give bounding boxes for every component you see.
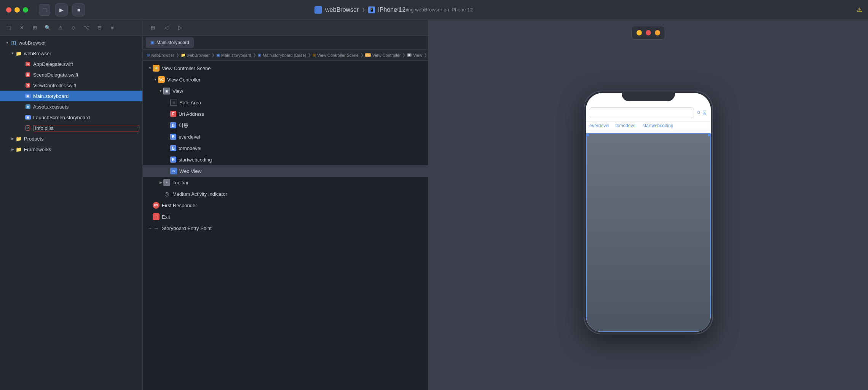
scene-entry-point[interactable]: → → Storyboard Entry Point [143,222,428,234]
storyboard-canvas[interactable]: 이동 everdevel tomodevel startwebcoding [428,20,868,390]
breadcrumb-vc-scene[interactable]: ⊞ View Controller Scene [313,53,359,58]
sidebar-item-appdelegate[interactable]: S AppDelegate.swift [0,59,142,69]
forward-btn[interactable]: ▷ [175,22,185,33]
phone-screen: 이동 everdevel tomodevel startwebcoding [586,93,711,332]
preview-dot-3 [655,30,660,35]
toolbar-icon: ≡ [163,179,170,186]
hierarchy-view-btn[interactable]: ⬚ [3,22,14,33]
frameworks-label: Frameworks [24,147,139,152]
tab-bar: ▣ Main.storyboard [143,36,428,50]
scene-startwebcoding[interactable]: B startwebcoding [143,154,428,165]
view-label: View [172,88,183,94]
urladdress-label: Url Address [179,111,204,117]
scene-webview[interactable]: W Web View [143,165,428,177]
menu-btn[interactable]: ≡ [107,22,118,33]
phone-mockup: 이동 everdevel tomodevel startwebcoding [584,91,713,334]
scene-exit[interactable]: ⬚ Exit [143,211,428,222]
titlebar-controls: ⬚ ▶ ■ [39,3,85,16]
scene-idong[interactable]: B 이동 [143,120,428,131]
scene-tomodevel[interactable]: B tomodevel [143,142,428,154]
file-label: AppDelegate.swift [33,61,139,67]
search-btn[interactable]: 🔍 [42,22,53,33]
url-input[interactable] [590,107,694,118]
grid-layout-btn[interactable]: ⊞ [147,22,158,33]
breadcrumb-webbrowser-folder[interactable]: 📁 webBrowser [181,53,210,58]
scene-first-responder[interactable]: FR First Responder [143,200,428,211]
maximize-button[interactable] [23,7,28,13]
go-button[interactable]: 이동 [697,109,707,116]
file-label-6: LaunchScreen.storyboard [33,115,139,120]
sep-5: ❯ [360,53,364,58]
breadcrumb-view[interactable]: ▣ View [407,53,422,58]
sidebar-toggle-button[interactable]: ⬚ [39,4,50,16]
sep-6: ❯ [402,53,405,58]
vc-scene-label: View Controller Scene [162,66,211,71]
arrow-vc-scene: ▼ [147,66,153,70]
sidebar-item-webbrowser-folder[interactable]: ▼ 📁 webBrowser [0,48,142,59]
bc-label-1: webBrowser [151,53,174,58]
scene-safearea[interactable]: ⊞ Safe Area [143,97,428,108]
file-label-4: Main.storyboard [33,93,139,99]
project-icon: ⊞ [10,39,17,46]
scene-vc-scene[interactable]: ▼ ⊞ View Controller Scene [143,62,428,74]
back-btn[interactable]: ◁ [161,22,172,33]
option-btn[interactable]: ⌥ [81,22,92,33]
stop-button[interactable]: ■ [72,3,85,16]
bookmark-everdevel[interactable]: everdevel [590,123,610,128]
sidebar-toolbar: ⬚ ✕ ⊞ 🔍 ⚠ ◇ ⌥ ⊟ ≡ [0,20,142,36]
storyboard-icon-2: ▣ [24,114,31,121]
project-root[interactable]: ▼ ⊞ webBrowser [0,37,142,48]
everdevel-icon: B [170,134,176,140]
breadcrumb-main-storyboard-base[interactable]: ▣ Main.storyboard (Base) [258,53,306,58]
sep-1: ❯ [176,53,179,58]
sidebar-item-assets[interactable]: ◈ Assets.xcassets [0,101,142,112]
exit-label: Exit [162,214,170,220]
bookmark-tomodevel[interactable]: tomodevel [616,123,637,128]
tab-label: Main.storyboard [156,40,189,45]
scene-vc[interactable]: ▼ VC View Controller [143,74,428,85]
products-label: Products [24,136,139,142]
sidebar-item-products[interactable]: ▶ 📁 Products [0,133,142,144]
run-button[interactable]: ▶ [55,3,68,16]
entry-icon: → [153,225,160,232]
scene-view[interactable]: ▼ ▣ View [143,85,428,97]
scene-toolbar[interactable]: ▶ ≡ Toolbar [143,177,428,188]
minimize-button[interactable] [14,7,20,13]
entry-label: Storyboard Entry Point [162,225,212,231]
expand-arrow: ▼ [5,40,10,45]
breadcrumb-vc[interactable]: VC View Controller [365,53,401,58]
sidebar-item-frameworks[interactable]: ▶ 📁 Frameworks [0,144,142,155]
warning-btn[interactable]: ⚠ [55,22,66,33]
bc-label-3: Main.storyboard [221,53,251,58]
breadcrumb-main-storyboard[interactable]: ▣ Main.storyboard [216,53,251,58]
sidebar-item-main-storyboard[interactable]: ▣ Main.storyboard [0,91,142,101]
scene-urladdress[interactable]: F Url Address [143,108,428,120]
file-label-7: Info.plist [33,125,139,131]
exit-icon: ⬚ [153,213,160,220]
scene-activity-indicator[interactable]: ◎ Medium Activity Indicator [143,188,428,200]
tab-main-storyboard[interactable]: ▣ Main.storyboard [146,37,194,48]
bookmark-startwebcoding[interactable]: startwebcoding [643,123,673,128]
diamond-btn[interactable]: ◇ [68,22,79,33]
sidebar-item-launchscreen[interactable]: ▣ LaunchScreen.storyboard [0,112,142,123]
sidebar-item-viewcontroller[interactable]: S ViewController.swift [0,80,142,91]
scene-everdevel[interactable]: B everdevel [143,131,428,142]
sep-7: ❯ [424,53,427,58]
arrow-view: ▼ [158,89,163,93]
arrow-vc: ▼ [153,78,158,82]
activity-label: Medium Activity Indicator [172,191,227,197]
safearea-icon: ⊞ [170,99,177,106]
filter-btn[interactable]: ⊟ [94,22,105,33]
sidebar-item-infoplist[interactable]: P Info.plist [0,123,142,133]
webview-label: Web View [179,168,201,174]
sidebar-item-scenedelegate[interactable]: S SceneDelegate.swift [0,69,142,80]
breadcrumb-webbrowser-app[interactable]: ⊞ webBrowser [147,53,174,58]
close-button[interactable] [6,7,11,13]
grid-view-btn[interactable]: ⊞ [29,22,40,33]
storyboard-editor: ⊞ ◁ ▷ ▣ Main.storyboard ⊞ webBrowser ❯ 📁… [143,20,428,390]
storyboard-icon: ▣ [24,93,31,99]
titlebar: ⬚ ▶ ■ webBrowser ❯ 📱 iPhone 12 Running w… [0,0,868,20]
close-view-btn[interactable]: ✕ [16,22,27,33]
arrow-toolbar: ▶ [158,181,163,184]
vc-scene-icon: ⊞ [153,65,160,72]
